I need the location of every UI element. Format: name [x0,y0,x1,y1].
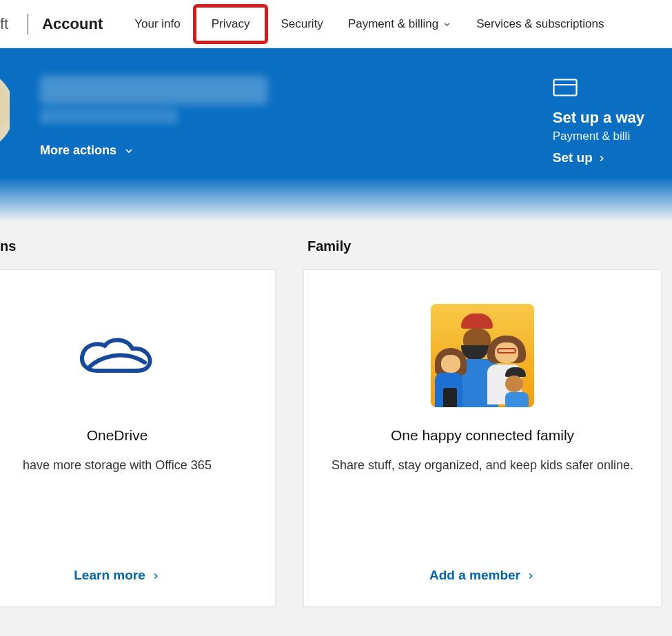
hero-setup-card: Set up a way Payment & billi Set up [553,76,644,200]
chevron-right-icon [597,150,607,165]
nav-security[interactable]: Security [268,5,335,43]
subscriptions-column: ns OneDrive have more storage with Offic… [0,238,276,607]
brand-fragment: ft [0,15,11,33]
setup-title: Set up a way [553,109,644,127]
nav-services-label: Services & subscriptions [476,17,604,31]
family-action-label: Add a member [429,568,520,583]
onedrive-desc: have more storage with Office 365 [16,456,218,474]
nav-payment-billing[interactable]: Payment & billing [336,5,464,43]
more-actions-label: More actions [40,143,116,158]
onedrive-icon [76,300,159,411]
family-card-title: One happy connected family [391,427,574,444]
svg-rect-0 [553,80,576,96]
chevron-right-icon [526,568,536,583]
top-navbar: ft Account Your info Privacy Security Pa… [0,0,672,48]
onedrive-action-label: Learn more [74,568,145,583]
account-label[interactable]: Account [42,15,103,33]
nav-your-info[interactable]: Your info [122,5,192,43]
chevron-down-icon [442,17,451,31]
onedrive-card: OneDrive have more storage with Office 3… [0,269,276,607]
onedrive-learn-more-link[interactable]: Learn more [74,568,160,583]
hero-user-block: More actions [21,76,267,200]
family-card-desc: Share stuff, stay organized, and keep ki… [325,456,640,474]
nav-privacy[interactable]: Privacy [193,4,269,44]
setup-link[interactable]: Set up [553,150,644,165]
credit-card-icon [553,79,644,99]
nav-your-info-label: Your info [134,17,180,31]
onedrive-title: OneDrive [87,427,148,444]
nav-services-subscriptions[interactable]: Services & subscriptions [464,5,616,43]
nav-privacy-label: Privacy [212,17,250,31]
hero-banner: More actions Set up a way Payment & bill… [0,48,672,220]
family-section-title: Family [307,238,662,254]
setup-link-label: Set up [553,150,593,165]
nav-payment-label: Payment & billing [348,17,438,31]
nav-security-label: Security [281,17,323,31]
family-card: One happy connected family Share stuff, … [303,269,662,607]
family-add-member-link[interactable]: Add a member [429,568,536,583]
family-illustration [431,300,534,411]
subscriptions-title-fragment: ns [0,238,276,254]
more-actions-dropdown[interactable]: More actions [40,143,267,158]
content-area: ns OneDrive have more storage with Offic… [0,220,672,607]
avatar [0,76,10,145]
user-email-redacted [40,109,178,124]
chevron-right-icon [151,568,161,583]
user-name-redacted [40,76,267,105]
brand-divider [28,14,28,34]
family-column: Family One happy connected family Share … [303,238,662,607]
setup-subtitle: Payment & billi [553,130,644,143]
chevron-down-icon [123,143,134,158]
